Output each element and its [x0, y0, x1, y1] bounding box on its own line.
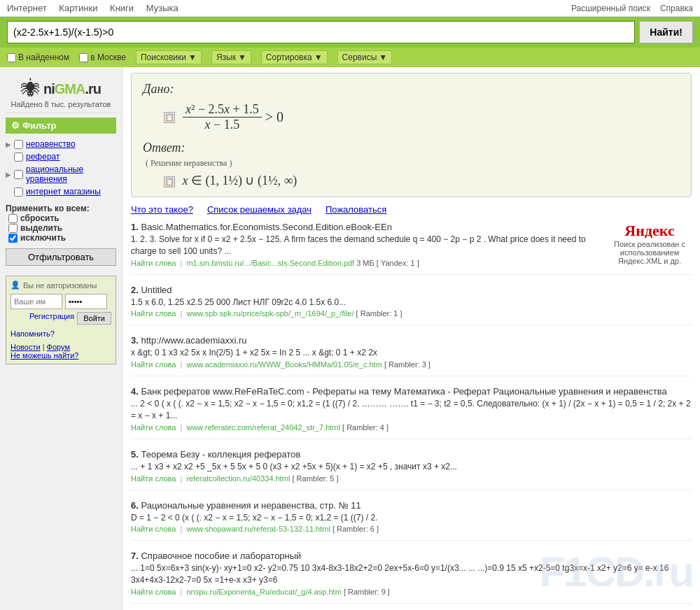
filter-icon: ⚙ [11, 120, 20, 131]
filter-bar: В найденном в Москве Поисковики ▼ Язык ▼… [0, 48, 700, 67]
sidebar-bottom-links: Новости | Форум Не можешь найти? [10, 343, 111, 360]
result-link[interactable]: Untitled [141, 285, 172, 295]
search-engines-dropdown[interactable]: Поисковики ▼ [136, 50, 202, 64]
in-moscow-checkbox[interactable] [79, 53, 88, 62]
reset-label[interactable]: сбросить [8, 213, 116, 223]
find-words-link[interactable]: Найти слова [131, 360, 176, 369]
result-meta: Найти слова | referatcollection.ru/40334… [131, 474, 692, 483]
language-dropdown[interactable]: Язык ▼ [211, 50, 251, 64]
filter-button[interactable]: Отфильтровать [6, 248, 116, 266]
result-url[interactable]: www.academiaxxi.ru/WWW_Books/HMMa/01.05/… [186, 360, 382, 369]
result-url[interactable]: nnspu.ru/Exponenta_Ru/educat/_g/4.asp.ht… [186, 588, 341, 596]
result-link[interactable]: http://www.academiaxxi.ru [141, 335, 246, 346]
result-url[interactable]: referatcollection.ru/40334.html [186, 474, 290, 483]
result-url[interactable]: www.referatec.com/referat_24042_str_7.ht… [186, 423, 340, 432]
find-words-link[interactable]: Найти слова [131, 259, 176, 267]
username-input[interactable] [10, 294, 62, 309]
help-link[interactable]: Справка [660, 3, 693, 13]
find-words-link[interactable]: Найти слова [131, 525, 176, 533]
result-item: 2. Untitled 1.5 x 6.0, 1.25 x2.5 25 000 … [131, 285, 692, 326]
result-url[interactable]: m1.sm.bmstu.ru/.../Basic...sts.Second.Ed… [186, 259, 354, 267]
abstract-link[interactable]: реферат [26, 152, 59, 162]
find-words-link[interactable]: Найти слова [131, 309, 176, 318]
nav-internet[interactable]: Интернет [7, 3, 47, 13]
site-logo: niGMA.ru [43, 80, 101, 98]
result-item: 5. Теорема Безу - коллекция рефератов ..… [131, 449, 692, 490]
result-title-row: 3. http://www.academiaxxi.ru [131, 335, 692, 346]
result-link[interactable]: Basic.Mathematics.for.Economists.Second.… [141, 222, 391, 232]
complain-link[interactable]: Пожаловаться [326, 204, 386, 215]
result-snippet: D = 1 − 2 < 0 (x ( (. x2 − x = 1,5; x2 −… [131, 512, 692, 524]
result-link[interactable]: Банк рефератов www.ReFeRaTeC.com - Рефер… [141, 386, 666, 397]
copy-answer-icon[interactable]: 📋 [164, 176, 175, 187]
yandex-badge: Яндекс Поиск реализован с использованием… [608, 222, 692, 265]
sort-dropdown[interactable]: Сортировка ▼ [261, 50, 328, 64]
math-result-box: Дано: 📋 x² − 2.5x + 1.5 x − 1.5 > 0 Отве… [131, 73, 692, 197]
result-url[interactable]: www.shopaward.ru/referat-53-132-11.html [186, 525, 330, 533]
search-input[interactable] [7, 21, 635, 43]
nav-books[interactable]: Книги [110, 3, 134, 13]
nav-right: Расширенный поиск Справка [571, 3, 693, 13]
services-dropdown[interactable]: Сервисы ▼ [337, 50, 393, 64]
result-link[interactable]: Справочное пособие и лабораторный [141, 551, 301, 561]
find-words-link[interactable]: Найти слова [131, 474, 176, 483]
result-source: [ Rambler: 3 ] [384, 360, 430, 369]
rational-link[interactable]: рациональные уравнения [26, 164, 116, 184]
main-layout: 🕷 niGMA.ru Найдено 8 тыс. результатов ⚙ … [0, 67, 700, 610]
forgot-link[interactable]: Напомнить? [10, 329, 55, 338]
in-found-checkbox[interactable] [7, 53, 16, 62]
copy-formula-icon[interactable]: 📋 [164, 112, 175, 123]
result-url[interactable]: www.spb.spk.ru/price/spk-spb/_m_/1694/_p… [186, 309, 354, 318]
math-answer-note: ( Решение неравенства ) [146, 158, 680, 169]
auth-fields [10, 294, 111, 309]
highlight-label[interactable]: выделить [8, 223, 116, 233]
forum-link[interactable]: Форум [47, 343, 70, 351]
shops-checkbox[interactable] [14, 187, 23, 197]
password-input[interactable] [65, 294, 107, 309]
result-snippet: ... 2 < 0 ( x ( (. x2 − x = 1,5; x2 − x … [131, 398, 692, 422]
exclude-checkbox[interactable] [8, 234, 18, 243]
problem-list-link[interactable]: Список решаемых задач [207, 204, 312, 215]
result-source: [ Rambler: 9 ] [344, 588, 390, 596]
yandex-text: Поиск реализован с использованием Яндекс… [608, 240, 692, 265]
abstract-checkbox[interactable] [14, 152, 23, 162]
sidebar: 🕷 niGMA.ru Найдено 8 тыс. результатов ⚙ … [0, 67, 122, 610]
nav-images[interactable]: Картинки [59, 3, 97, 13]
news-link[interactable]: Новости [10, 343, 41, 351]
find-words-link[interactable]: Найти слова [131, 423, 176, 432]
in-moscow-checkbox-label[interactable]: в Москве [79, 52, 126, 62]
cant-find-link[interactable]: Не можешь найти? [10, 351, 78, 360]
exclude-label[interactable]: исключить [8, 233, 116, 243]
result-link[interactable]: Рациональные уравнения и неравенства, ст… [141, 500, 360, 511]
in-found-label: В найденном [18, 52, 69, 62]
shops-link[interactable]: интернет магазины [26, 187, 101, 197]
nav-music[interactable]: Музыка [146, 3, 178, 13]
find-words-link[interactable]: Найти слова [131, 588, 176, 596]
math-answer-formula: 📋 x ∈ (1, 1½) ∪ (1½, ∞) [164, 173, 680, 188]
register-link[interactable]: Регистрация [29, 312, 74, 323]
sidebar-header: ⚙ Фильтр [6, 118, 116, 134]
rational-checkbox[interactable] [14, 170, 23, 179]
result-item: 6. Рациональные уравнения и неравенства,… [131, 500, 692, 541]
apply-section: Применить ко всем: сбросить выделить иск… [6, 204, 116, 266]
what-is-this-link[interactable]: Что это такое? [131, 204, 193, 215]
result-meta: Найти слова | www.referatec.com/referat_… [131, 423, 692, 432]
advanced-search-link[interactable]: Расширенный поиск [571, 3, 650, 13]
result-link[interactable]: Теорема Безу - коллекция рефератов [141, 449, 300, 460]
result-snippet: ... 1=0 5x=6x+3 sin(x-y)⋅ xy+1=0 x2- y2=… [131, 562, 692, 586]
search-button[interactable]: Найти! [639, 21, 693, 43]
forgot-link-row: Напомнить? [10, 329, 111, 339]
inequality-checkbox[interactable] [14, 140, 23, 149]
nav-links: Интернет Картинки Книги Музыка [7, 3, 188, 13]
reset-checkbox[interactable] [8, 214, 18, 223]
in-found-checkbox-label[interactable]: В найденном [7, 52, 69, 62]
search-bar: Найти! [0, 17, 700, 48]
sidebar-filter-shops: интернет магазины [6, 185, 116, 198]
inequality-link[interactable]: неравенство [26, 139, 76, 149]
yandex-logo: Яндекс [608, 222, 692, 240]
user-icon: 👤 [10, 281, 20, 290]
login-button[interactable]: Войти [77, 312, 111, 325]
result-meta: Найти слова | www.spb.spk.ru/price/spk-s… [131, 309, 692, 318]
result-snippet: 1.5 x 6.0, 1.25 x2.5 25 000 Лист НЛГ 09r… [131, 297, 692, 308]
highlight-checkbox[interactable] [8, 224, 18, 233]
